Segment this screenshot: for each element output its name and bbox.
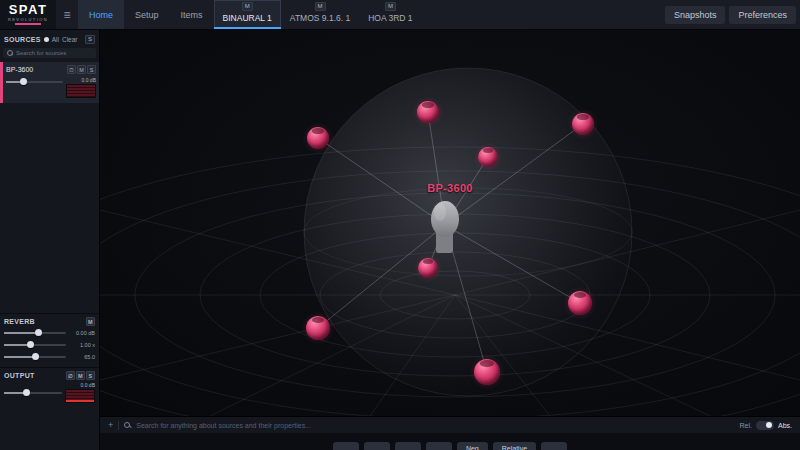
logo-accent-bar	[15, 23, 41, 25]
speaker-blob[interactable]	[478, 147, 498, 167]
reverb-size-value: 65.0	[69, 354, 95, 360]
reverb-gain-value: 0.00 dB	[69, 330, 95, 336]
slider-knob[interactable]	[23, 389, 30, 396]
slider-knob[interactable]	[35, 329, 42, 336]
speaker-blob-layer	[100, 30, 800, 416]
speaker-blob[interactable]	[572, 113, 594, 135]
mute-badge[interactable]: M	[315, 2, 326, 11]
meter-bars	[65, 389, 95, 403]
phase-invert-button[interactable]: ∅	[67, 65, 76, 74]
sources-radio-dot[interactable]	[44, 37, 49, 42]
sources-title: SOURCES	[4, 36, 41, 43]
output-gain-slider[interactable]	[4, 388, 62, 398]
tab-hoa-3rd-1[interactable]: M HOA 3RD 1	[359, 0, 421, 29]
speaker-blob[interactable]	[418, 258, 438, 278]
reverb-gain-slider[interactable]	[4, 328, 66, 338]
rel-label[interactable]: Rel.	[740, 422, 752, 429]
output-solo-button[interactable]: S	[86, 371, 95, 380]
reverb-section: REVERB M 0.00 dB 1.00 x 65.0	[0, 313, 99, 367]
output-level-value: 0.0 dB	[65, 382, 95, 388]
speaker-blob[interactable]	[568, 291, 592, 315]
sources-solo-button[interactable]: S	[85, 35, 95, 44]
snapshots-button[interactable]: Snapshots	[665, 6, 726, 24]
bottom-button-2[interactable]	[364, 442, 390, 450]
solo-button[interactable]: S	[87, 65, 96, 74]
source-3d-label[interactable]: BP-3600	[408, 182, 492, 194]
speaker-blob[interactable]	[417, 101, 439, 123]
3d-viewport[interactable]: BP-3600	[100, 30, 800, 416]
sources-search-input[interactable]: Search for sources	[3, 48, 96, 58]
rel-abs-toggle[interactable]	[756, 421, 774, 430]
bottom-button-row: Neg Relative	[100, 442, 800, 450]
search-icon	[124, 422, 131, 429]
speaker-blob[interactable]	[307, 127, 329, 149]
output-level-meter: 0.0 dB	[65, 382, 95, 403]
add-icon[interactable]: +	[108, 421, 113, 430]
output-title: OUTPUT	[4, 372, 35, 379]
sources-header: SOURCES All Clear S	[0, 30, 99, 48]
bottom-button-7[interactable]	[541, 442, 567, 450]
reverb-size-slider[interactable]	[4, 352, 66, 362]
app-logo: SPAT REVOLUTION	[0, 0, 56, 29]
sources-sidebar: SOURCES All Clear S Search for sources B…	[0, 30, 100, 450]
preferences-button[interactable]: Preferences	[729, 6, 796, 24]
reverb-time-value: 1.00 x	[69, 342, 95, 348]
menu-icon[interactable]: ≡	[56, 0, 78, 29]
speaker-blob[interactable]	[306, 316, 330, 340]
speaker-blob[interactable]	[474, 359, 500, 385]
sources-all-button[interactable]: All	[52, 36, 59, 43]
search-icon	[7, 50, 13, 56]
bottom-button-4[interactable]	[426, 442, 452, 450]
sources-search-placeholder: Search for sources	[16, 50, 66, 56]
abs-label[interactable]: Abs.	[778, 422, 792, 429]
output-section: OUTPUT ∅ M S 0.0 dB	[0, 367, 99, 408]
source-strip-bp-3600[interactable]: BP-3600 ∅ M S 0.0 dB	[0, 62, 99, 103]
app-logo-text: SPAT	[9, 4, 48, 16]
source-name: BP-3600	[6, 66, 33, 73]
bottom-button-neg[interactable]: Neg	[457, 442, 488, 450]
tab-binaural-1[interactable]: M BINAURAL 1	[214, 0, 281, 29]
toggle-knob[interactable]	[766, 422, 772, 428]
source-gain-slider[interactable]	[6, 77, 63, 87]
topbar-right-group: Snapshots Preferences	[665, 0, 800, 29]
output-mute-button[interactable]: M	[76, 371, 85, 380]
global-search-input[interactable]: Search for anything about sources and th…	[136, 422, 311, 429]
slider-knob[interactable]	[32, 353, 39, 360]
reverb-title: REVERB	[4, 318, 35, 325]
reverb-mute-button[interactable]: M	[86, 317, 95, 326]
tab-items[interactable]: Items	[170, 0, 214, 29]
tab-setup[interactable]: Setup	[124, 0, 170, 29]
output-phase-button[interactable]: ∅	[66, 371, 75, 380]
tab-home[interactable]: Home	[78, 0, 124, 29]
divider	[118, 421, 119, 430]
app-logo-subtext: REVOLUTION	[8, 17, 48, 22]
bottom-search-bar: + Search for anything about sources and …	[100, 416, 800, 433]
meter-bars	[66, 84, 96, 98]
slider-knob[interactable]	[27, 341, 34, 348]
bottom-button-1[interactable]	[333, 442, 359, 450]
source-level-meter: 0.0 dB	[66, 77, 96, 98]
mute-badge[interactable]: M	[385, 2, 396, 11]
reverb-time-slider[interactable]	[4, 340, 66, 350]
sources-clear-button[interactable]: Clear	[62, 36, 78, 43]
bottom-button-relative[interactable]: Relative	[493, 442, 536, 450]
bottom-button-3[interactable]	[395, 442, 421, 450]
tab-atmos-9-1-6-1[interactable]: M ATMOS 9.1.6. 1	[281, 0, 359, 29]
top-bar: SPAT REVOLUTION ≡ Home Setup Items M BIN…	[0, 0, 800, 30]
source-level-value: 0.0 dB	[66, 77, 96, 83]
slider-knob[interactable]	[20, 78, 27, 85]
mute-button[interactable]: M	[77, 65, 86, 74]
mute-badge[interactable]: M	[242, 2, 253, 11]
